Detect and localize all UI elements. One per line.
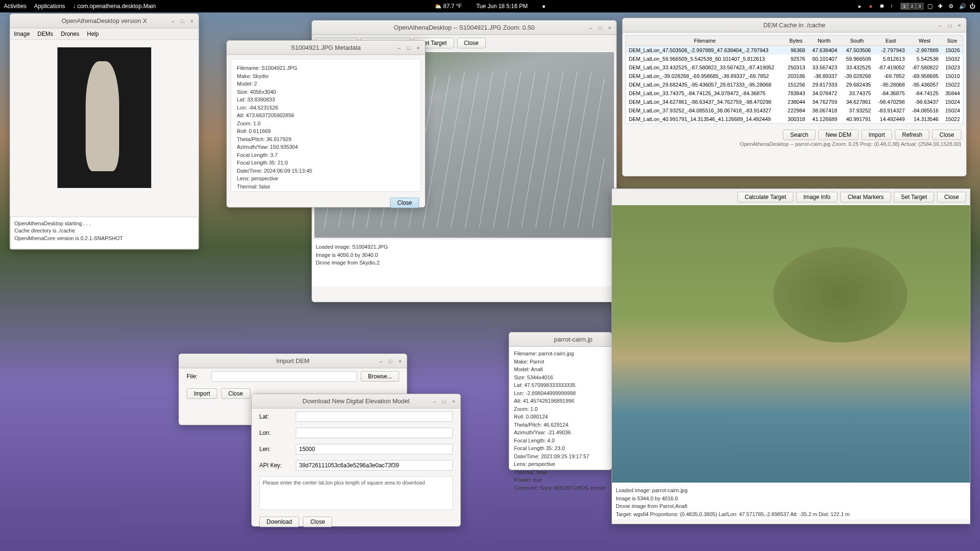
download-dem-titlebar[interactable]: Download New Digital Elevation Model – □… bbox=[252, 394, 460, 408]
image-info-button[interactable]: Image Info bbox=[796, 192, 838, 202]
clear-markers-button[interactable]: Clear Markers bbox=[840, 192, 891, 202]
minimize-button[interactable]: – bbox=[431, 397, 438, 405]
metadata-titlebar[interactable]: S1004921.JPG Metadata – □ × bbox=[227, 41, 425, 55]
athena-logo-image bbox=[57, 47, 151, 188]
athena-titlebar[interactable]: OpenAthenaDesktop version X – □ × bbox=[10, 14, 199, 28]
table-row[interactable]: DEM_LatLon_33.74375_-84.74125_34.078472_… bbox=[626, 89, 963, 98]
apikey-input[interactable] bbox=[296, 460, 453, 471]
athena-main-window: OpenAthenaDesktop version X – □ × Image … bbox=[10, 13, 199, 250]
close-button[interactable]: Close bbox=[932, 130, 961, 140]
close-button[interactable]: × bbox=[450, 397, 457, 405]
recorder-icon[interactable]: ● bbox=[869, 3, 876, 10]
table-row[interactable]: DEM_LatLon_34.627861_-98.63437_34.762759… bbox=[626, 98, 963, 106]
table-row[interactable]: DEM_LatLon_40.991791_14.313546_41.126689… bbox=[626, 115, 963, 124]
minimize-button[interactable]: – bbox=[377, 357, 385, 365]
maximize-button[interactable]: □ bbox=[178, 17, 186, 25]
import-button[interactable]: Import bbox=[187, 388, 217, 399]
network-icon[interactable]: ⚙ bbox=[948, 3, 955, 10]
maximize-button[interactable]: □ bbox=[596, 24, 604, 32]
close-button[interactable]: × bbox=[396, 357, 404, 365]
set-target-button[interactable]: Set Target bbox=[894, 192, 934, 202]
maximize-button[interactable]: □ bbox=[405, 44, 412, 52]
download-button[interactable]: Download bbox=[259, 517, 299, 527]
browse-button[interactable]: Browse... bbox=[361, 371, 399, 382]
maximize-button[interactable]: □ bbox=[387, 357, 394, 365]
minimize-button[interactable]: – bbox=[169, 17, 177, 25]
workspace-indicator[interactable]: 1 2 3 bbox=[901, 3, 924, 10]
close-button[interactable]: Close bbox=[303, 517, 332, 527]
lon-input[interactable] bbox=[296, 428, 453, 438]
applications-button[interactable]: Applications bbox=[34, 3, 65, 10]
process-indicator[interactable]: ↓ com.openathena.desktop.Main bbox=[73, 3, 156, 10]
table-row[interactable]: DEM_LatLon_29.682435_-95.436057_29.81733… bbox=[626, 80, 963, 89]
clock[interactable]: Tue Jun 18 5:16 PM bbox=[476, 3, 528, 10]
close-button[interactable]: × bbox=[188, 17, 196, 25]
table-row[interactable]: DEM_LatLon_37.93252_-84.085516_38.067418… bbox=[626, 106, 963, 115]
close-button[interactable]: × bbox=[606, 24, 613, 32]
menu-dems[interactable]: DEMs bbox=[37, 31, 53, 37]
image-viewer-parrot: Calculate TargetImage InfoClear MarkersS… bbox=[612, 188, 970, 524]
refresh-button[interactable]: Refresh bbox=[895, 130, 929, 140]
metadata-content: Filename: S1004921.JPGMake: SkydioModel:… bbox=[231, 59, 421, 192]
system-topbar: Activities Applications ↓ com.openathena… bbox=[0, 0, 980, 12]
close-button[interactable]: × bbox=[414, 44, 422, 52]
column-header[interactable]: Size bbox=[941, 36, 963, 46]
aerial-image-cairn[interactable] bbox=[612, 205, 970, 483]
close-button[interactable]: Close bbox=[937, 192, 966, 202]
athena-log: OpenAthenaDesktop starting . . . Cache d… bbox=[10, 217, 199, 249]
parrot-metadata-content: Filename: parrot-cairn.jpgMake: ParrotMo… bbox=[509, 347, 612, 495]
close-button[interactable]: Close bbox=[221, 388, 250, 399]
browser-icon[interactable]: ▸ bbox=[858, 3, 865, 10]
file-input[interactable] bbox=[212, 371, 357, 382]
menu-help[interactable]: Help bbox=[87, 31, 99, 37]
workspace-1[interactable]: 1 bbox=[901, 3, 908, 10]
column-header[interactable]: North bbox=[808, 36, 840, 46]
download-dem-dialog: Download New Digital Elevation Model – □… bbox=[251, 394, 461, 527]
minimize-button[interactable]: – bbox=[587, 24, 594, 32]
viewer1-titlebar[interactable]: OpenAthenaDesktop -- S1004921.JPG Zoom: … bbox=[312, 21, 616, 35]
viewer2-log: Loaded image: parrot-cairn.jpgImage is 5… bbox=[612, 483, 970, 519]
download-prompt: Please enter the center lat,lon plus len… bbox=[259, 476, 453, 510]
close-button[interactable]: × bbox=[956, 22, 963, 29]
column-header[interactable]: West bbox=[908, 36, 942, 46]
import-button[interactable]: Import bbox=[861, 130, 892, 140]
maximize-button[interactable]: □ bbox=[440, 397, 448, 405]
power-icon[interactable]: ⏻ bbox=[969, 3, 976, 10]
bluetooth-icon[interactable]: ✱ bbox=[880, 3, 886, 10]
athena-menubar: Image DEMs Drones Help bbox=[10, 28, 199, 40]
minimize-button[interactable]: – bbox=[395, 44, 403, 52]
volume-icon[interactable]: 🔊 bbox=[959, 3, 966, 10]
table-row[interactable]: DEM_LatLon_-39.028268_-69.958685_-38.893… bbox=[626, 72, 963, 80]
parrot-meta-titlebar[interactable]: parrot-cairn.jp bbox=[509, 332, 612, 347]
weather-indicator[interactable]: ⛅ 87.7 °F bbox=[434, 3, 462, 10]
activities-button[interactable]: Activities bbox=[4, 3, 26, 10]
minimize-button[interactable]: – bbox=[936, 22, 944, 29]
search-button[interactable]: Search bbox=[783, 130, 815, 140]
dem-cache-titlebar[interactable]: DEM Cache in ./cache – □ × bbox=[623, 18, 966, 33]
column-header[interactable]: East bbox=[874, 36, 908, 46]
file-label: File: bbox=[187, 373, 208, 380]
accessibility-icon[interactable]: ✚ bbox=[938, 3, 945, 10]
workspace-2[interactable]: 2 bbox=[908, 3, 916, 10]
column-header[interactable]: Bytes bbox=[784, 36, 808, 46]
close-button[interactable]: Close bbox=[457, 38, 486, 48]
lat-input[interactable] bbox=[296, 411, 453, 422]
workspace-3[interactable]: 3 bbox=[916, 3, 924, 10]
column-header[interactable]: Filename bbox=[626, 36, 784, 46]
window-icon[interactable]: ▢ bbox=[927, 3, 934, 10]
caffeine-icon[interactable]: ↑ bbox=[890, 3, 897, 10]
column-header[interactable]: South bbox=[840, 36, 874, 46]
table-row[interactable]: DEM_LatLon_47.503506_-2.997889_47.638404… bbox=[626, 46, 963, 55]
metadata-close-button[interactable]: Close bbox=[390, 198, 419, 208]
cache-status: OpenAthenaDesktop -- parrot-cairn.jpg Zo… bbox=[623, 141, 966, 149]
len-input[interactable] bbox=[296, 444, 453, 454]
menu-image[interactable]: Image bbox=[14, 31, 30, 37]
viewer1-log: Loaded image: S1004921.JPG Image is 4056… bbox=[312, 239, 616, 287]
menu-drones[interactable]: Drones bbox=[61, 31, 79, 37]
calculate-target-button[interactable]: Calculate Target bbox=[737, 192, 793, 202]
table-row[interactable]: DEM_LatLon_59.966509_5.542538_60.101407_… bbox=[626, 55, 963, 63]
maximize-button[interactable]: □ bbox=[946, 22, 954, 29]
table-row[interactable]: DEM_LatLon_33.432525_-87.580822_33.56742… bbox=[626, 63, 963, 72]
import-dem-titlebar[interactable]: Import DEM – □ × bbox=[179, 354, 407, 368]
new-dem-button[interactable]: New DEM bbox=[818, 130, 858, 140]
